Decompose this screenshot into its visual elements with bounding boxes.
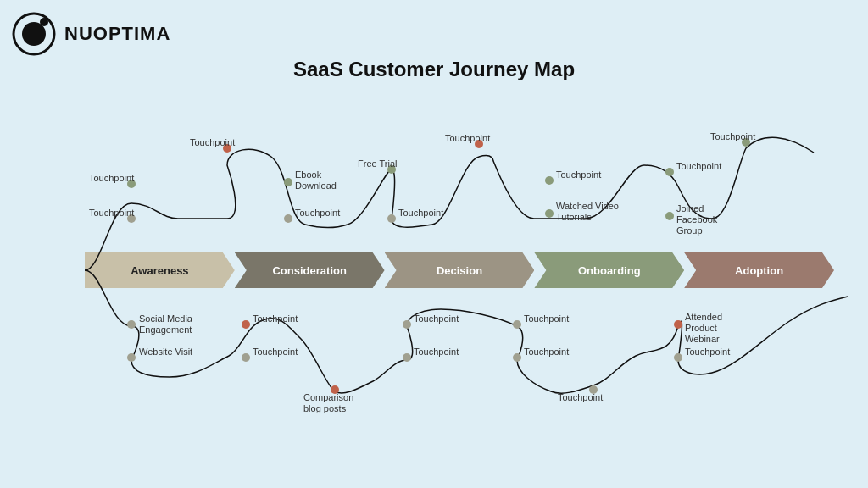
stage-awareness: Awareness	[85, 252, 235, 288]
label-adoption-1: Touchpoint	[676, 161, 721, 171]
label-onboard-trough: Touchpoint	[558, 392, 603, 402]
label-comparison-1: Comparison	[303, 392, 353, 402]
stage-consideration: Consideration	[235, 252, 385, 288]
label-awareness-1: Touchpoint	[89, 173, 134, 183]
dot-comparison	[331, 385, 339, 394]
label-ebook-1: Ebook	[295, 169, 322, 180]
label-adoption-below: Touchpoint	[685, 347, 730, 357]
logo-text: NUOPTIMA	[64, 23, 170, 45]
svg-point-2	[40, 18, 48, 26]
dot-onboard-trough	[589, 385, 598, 394]
label-free-trial: Free Trial	[358, 158, 397, 169]
label-decision-below-1: Touchpoint	[414, 313, 459, 324]
label-facebook-2: Facebook	[676, 214, 718, 225]
dot-onboarding-peak	[475, 140, 483, 148]
label-video-tutorials-1: Watched Video	[556, 201, 619, 211]
stage-onboarding: Onboarding	[534, 252, 684, 288]
label-video-tutorials-2: Tutorials	[556, 212, 592, 222]
logo-icon	[12, 12, 56, 56]
label-comparison-2: blog posts	[303, 403, 347, 413]
label-website: Website Visit	[139, 347, 192, 357]
dot-website	[127, 353, 136, 362]
label-end-top: Touchpoint	[710, 131, 755, 141]
label-consideration-2: Touchpoint	[295, 208, 340, 218]
dot-onboard-below-2	[513, 353, 521, 362]
label-awareness-2: Touchpoint	[89, 208, 134, 218]
label-facebook-1: Joined	[676, 203, 704, 214]
dot-decision-2	[387, 214, 396, 223]
label-consid-below-1: Touchpoint	[253, 313, 298, 324]
label-webinar-2: Product	[685, 323, 717, 333]
page-title: SaaS Customer Journey Map	[0, 58, 868, 81]
dot-consideration-peak	[223, 144, 231, 152]
label-consideration-peak: Touchpoint	[190, 137, 235, 147]
dot-end-top	[742, 138, 750, 147]
dot-ebook	[284, 178, 292, 186]
label-onboard-below-1: Touchpoint	[524, 313, 569, 324]
dot-onboarding-2	[545, 176, 554, 185]
stages-bar: Awareness Consideration Decision Onboard…	[85, 252, 834, 288]
logo-area: NUOPTIMA	[12, 12, 170, 56]
dot-decision-below-1	[403, 320, 411, 329]
label-facebook-3: Group	[676, 225, 703, 236]
dot-consid-below-1	[242, 320, 250, 329]
dot-awareness-1	[127, 180, 136, 188]
label-decision-below-2: Touchpoint	[414, 347, 459, 357]
dot-onboard-below-1	[513, 320, 521, 329]
dot-decision-below-2	[403, 353, 411, 362]
label-onboard-below-2: Touchpoint	[524, 347, 569, 357]
label-consid-below-2: Touchpoint	[253, 347, 298, 357]
stage-decision: Decision	[385, 252, 535, 288]
dot-consideration-2	[284, 214, 292, 223]
stage-adoption: Adoption	[684, 252, 834, 288]
dot-facebook	[665, 212, 674, 220]
label-webinar-3: Webinar	[685, 334, 720, 344]
dot-consid-below-2	[242, 353, 250, 362]
dot-adoption-below	[674, 353, 682, 362]
label-onboarding-peak: Touchpoint	[445, 133, 490, 143]
label-webinar-1: Attended	[685, 312, 722, 322]
main-container: NUOPTIMA SaaS Customer Journey Map Aware…	[0, 0, 868, 488]
label-social-2: Engagement	[139, 324, 192, 335]
label-social-1: Social Media	[139, 313, 193, 324]
dot-video-tutorials	[545, 209, 554, 218]
dot-adoption-1	[665, 168, 674, 176]
dot-free-trial	[387, 165, 396, 174]
label-ebook-2: Download	[295, 180, 337, 191]
label-decision-2: Touchpoint	[398, 208, 443, 218]
dot-webinar	[674, 320, 682, 329]
dot-awareness-2	[127, 214, 136, 223]
dot-social	[127, 320, 136, 329]
label-onboarding-2: Touchpoint	[556, 169, 601, 180]
